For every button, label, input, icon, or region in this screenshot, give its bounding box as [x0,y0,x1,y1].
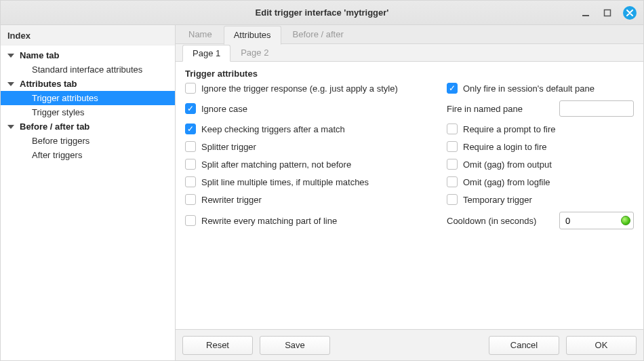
checkbox-rewriter[interactable] [185,194,196,205]
spin-indicator-icon [621,216,630,225]
attributes-grid: Ignore the trigger response (e.g. just a… [185,83,634,229]
button-bar: Reset Save Cancel OK [176,329,643,360]
sidebar-group-label: Before / after tab [20,121,89,132]
checkbox-label: Split line multiple times, if multiple m… [201,177,369,187]
checkbox-keep-checking[interactable] [185,124,196,134]
save-button[interactable]: Save [260,336,330,355]
window-title: Edit trigger interface 'mytrigger' [1,7,643,18]
sidebar-group-before-after-tab[interactable]: Before / after tab [1,119,175,134]
row-ignore-case: Ignore case [185,103,443,114]
sidebar-group-name-tab[interactable]: Name tab [1,48,175,62]
row-split-multiple: Split line multiple times, if multiple m… [185,176,443,187]
checkbox-split-after[interactable] [185,159,196,170]
row-require-prompt: Require a prompt to fire [447,124,634,134]
sidebar-item-label: Standard interface attributes [32,64,142,75]
subtab-page-1[interactable]: Page 1 [182,45,230,62]
row-named-pane: Fire in named pane [447,100,634,117]
tab-attributes[interactable]: Attributes [224,26,281,45]
chevron-down-icon [7,125,14,129]
checkbox-only-default-pane[interactable] [447,83,458,94]
checkbox-label: Rewriter trigger [201,195,262,205]
checkbox-split-multiple[interactable] [185,176,196,187]
sidebar: Index Name tab Standard interface attrib… [1,25,176,360]
section-title: Trigger attributes [185,69,634,79]
sidebar-group-attributes-tab[interactable]: Attributes tab [1,77,175,91]
chevron-down-icon [7,54,14,58]
checkbox-splitter[interactable] [185,141,196,152]
checkbox-label: Ignore the trigger response (e.g. just a… [201,83,398,94]
reset-button[interactable]: Reset [182,336,253,355]
sidebar-tree: Name tab Standard interface attributes A… [1,45,175,360]
field-label: Cooldown (in seconds) [447,216,552,226]
checkbox-label: Only fire in session's default pane [463,83,595,94]
checkbox-label: Require a prompt to fire [463,124,556,134]
checkbox-label: Rewrite every matching part of line [201,216,337,226]
checkbox-label: Omit (gag) from output [463,159,552,170]
content-area: Name Attributes Before / after Page 1 Pa… [176,25,643,360]
sidebar-item-after-triggers[interactable]: After triggers [1,148,175,162]
row-only-default-pane: Only fire in session's default pane [447,83,634,94]
checkbox-label: Require a login to fire [463,142,547,152]
checkbox-label: Split after matching pattern, not before [201,159,351,170]
sub-tabs: Page 1 Page 2 [176,44,643,62]
row-keep-checking: Keep checking triggers after a match [185,124,443,134]
field-label: Fire in named pane [447,104,552,114]
row-rewrite-every: Rewrite every matching part of line [185,215,443,226]
checkbox-ignore-response[interactable] [185,83,196,94]
cancel-button[interactable]: Cancel [489,336,559,355]
sidebar-header: Index [1,25,175,45]
checkbox-omit-output[interactable] [447,159,458,170]
sidebar-item-before-triggers[interactable]: Before triggers [1,134,175,148]
row-splitter: Splitter trigger [185,141,443,152]
row-rewriter: Rewriter trigger [185,194,443,205]
main-tabs: Name Attributes Before / after [176,25,643,44]
sidebar-group-label: Name tab [20,50,60,60]
row-ignore-response: Ignore the trigger response (e.g. just a… [185,83,443,94]
checkbox-require-login[interactable] [447,141,458,152]
checkbox-omit-logfile[interactable] [447,176,458,187]
checkbox-ignore-case[interactable] [185,103,196,114]
checkbox-temporary[interactable] [447,194,458,205]
sidebar-item-label: Before triggers [32,136,89,146]
row-omit-logfile: Omit (gag) from logfile [447,176,634,187]
checkbox-label: Splitter trigger [201,142,256,152]
row-require-login: Require a login to fire [447,141,634,152]
sidebar-item-label: Trigger attributes [32,93,98,103]
cooldown-input[interactable] [564,215,605,227]
ok-button[interactable]: OK [566,336,637,355]
cooldown-spinbutton[interactable] [559,212,634,229]
row-split-after: Split after matching pattern, not before [185,159,443,170]
checkbox-require-prompt[interactable] [447,124,458,134]
chevron-down-icon [7,82,14,86]
checkbox-label: Ignore case [201,104,247,114]
sidebar-item-label: After triggers [32,150,82,160]
named-pane-input[interactable] [559,100,634,117]
subtab-page-2[interactable]: Page 2 [230,44,279,61]
sidebar-item-trigger-styles[interactable]: Trigger styles [1,105,175,119]
checkbox-label: Keep checking triggers after a match [201,124,345,134]
sidebar-item-standard-interface-attributes[interactable]: Standard interface attributes [1,62,175,77]
row-temporary: Temporary trigger [447,194,634,205]
sidebar-item-label: Trigger styles [32,107,85,117]
sidebar-group-label: Attributes tab [20,79,77,89]
sidebar-item-trigger-attributes[interactable]: Trigger attributes [1,91,175,105]
row-omit-output: Omit (gag) from output [447,159,634,170]
checkbox-label: Omit (gag) from logfile [463,177,550,187]
tab-before-after[interactable]: Before / after [283,25,354,44]
checkbox-rewrite-every[interactable] [185,215,196,226]
title-bar: Edit trigger interface 'mytrigger' [1,1,643,25]
row-cooldown: Cooldown (in seconds) [447,212,634,229]
tab-name[interactable]: Name [178,25,222,44]
page-content: Trigger attributes Ignore the trigger re… [176,62,643,329]
checkbox-label: Temporary trigger [463,195,532,205]
